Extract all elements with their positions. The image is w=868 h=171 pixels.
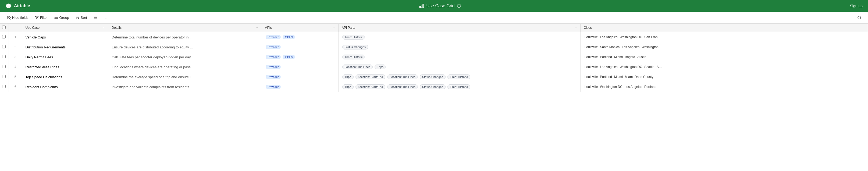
row-checkbox[interactable] xyxy=(2,45,6,48)
cell-use-case[interactable]: Daily Permit Fees xyxy=(22,52,108,62)
top-bar-center: Use Case Grid xyxy=(419,3,461,9)
table-row: 2Distribution RequirementsEnsure devices… xyxy=(0,42,868,52)
row-checkbox[interactable] xyxy=(2,55,6,58)
city-tag: Washington DC xyxy=(620,65,642,69)
row-checkbox-cell xyxy=(0,42,9,52)
sort-icon xyxy=(75,16,79,20)
api-part-badge: Status Changes xyxy=(420,84,445,89)
col-apis-label: APIs xyxy=(265,26,272,30)
api-badge: GBFS xyxy=(283,55,295,59)
cell-cities: LouisvilleLos AngelesWashington DCSeattl… xyxy=(580,62,868,72)
cell-apis: ProviderGBFS xyxy=(261,32,338,42)
city-tag: Portland xyxy=(600,75,612,79)
table-container: Use Case Details APIs xyxy=(0,24,868,171)
col-header-use-case[interactable]: Use Case xyxy=(22,24,108,32)
cell-details: Determine total number of devices per op… xyxy=(108,32,261,42)
cell-apis: Provider xyxy=(261,72,338,82)
group-button[interactable]: Group xyxy=(52,14,72,21)
row-number: 3 xyxy=(9,52,22,62)
cell-api-parts: TripsLocation: Start/EndLocation: Trip L… xyxy=(338,72,580,82)
filter-button[interactable]: Filter xyxy=(32,14,51,21)
api-part-badge: Location: Start/End xyxy=(355,84,385,89)
row-checkbox[interactable] xyxy=(2,65,6,68)
sort-button[interactable]: Sort xyxy=(73,14,90,21)
api-part-badge: Time: Historic xyxy=(342,55,365,60)
api-badge: GBFS xyxy=(283,35,295,39)
hide-fields-label: Hide fields xyxy=(12,15,29,20)
row-number: 6 xyxy=(9,82,22,92)
row-checkbox-cell xyxy=(0,82,9,92)
row-checkbox[interactable] xyxy=(2,35,6,38)
sort-label: Sort xyxy=(81,15,87,20)
select-all-checkbox[interactable] xyxy=(2,26,6,29)
col-header-details[interactable]: Details xyxy=(108,24,261,32)
cell-apis: ProviderGBFS xyxy=(261,52,338,62)
api-badge: Provider xyxy=(266,75,281,79)
row-checkbox-cell xyxy=(0,52,9,62)
api-part-badge: Time: Historic xyxy=(342,35,365,39)
city-tag: Washington DC xyxy=(600,85,622,89)
row-checkbox-cell xyxy=(0,72,9,82)
row-checkbox[interactable] xyxy=(2,75,6,78)
city-tag: Louisville xyxy=(585,75,598,79)
airtable-logo-icon xyxy=(5,2,12,9)
cell-api-parts: Location: Trip LinesTrips xyxy=(338,62,580,72)
api-badge: Provider xyxy=(266,35,281,39)
cell-cities: LouisvillePortlandMiamiBogotáAustin xyxy=(580,52,868,62)
table-header-row: Use Case Details APIs xyxy=(0,24,868,32)
city-tag: Los Angeles xyxy=(622,45,640,49)
svg-point-17 xyxy=(858,16,861,19)
row-number: 5 xyxy=(9,72,22,82)
signup-link[interactable]: Sign up xyxy=(850,4,863,8)
row-height-button[interactable] xyxy=(91,14,100,21)
svg-rect-8 xyxy=(55,17,58,18)
svg-rect-0 xyxy=(420,6,420,8)
cell-cities: LouisvilleLos AngelesWashington DCSan Fr… xyxy=(580,32,868,42)
cell-details: Calculate fees per scooter deployed/ridd… xyxy=(108,52,261,62)
more-label: ... xyxy=(104,15,107,20)
logo[interactable]: Airtable xyxy=(5,2,30,9)
cell-details: Determine the average speed of a trip an… xyxy=(108,72,261,82)
svg-rect-2 xyxy=(423,4,424,7)
svg-line-18 xyxy=(860,19,861,20)
more-button[interactable]: ... xyxy=(101,14,110,21)
api-part-badge: Location: Trip Lines xyxy=(387,84,417,89)
table-row: 4Restricted Area RidesFind locations whe… xyxy=(0,62,868,72)
table-row: 6Resident ComplaintsInvestigate and vali… xyxy=(0,82,868,92)
city-tag: Miami-Dade County xyxy=(625,75,653,79)
cell-api-parts: Time: Historic xyxy=(338,32,580,42)
row-number: 4 xyxy=(9,62,22,72)
col-header-cities[interactable]: Cities xyxy=(580,24,868,32)
cell-use-case[interactable]: Top Speed Calculations xyxy=(22,72,108,82)
cell-details: Ensure devices are distributed according… xyxy=(108,42,261,52)
cell-use-case[interactable]: Vehicle Caps xyxy=(22,32,108,42)
hide-fields-icon xyxy=(7,16,11,20)
table-row: 3Daily Permit FeesCalculate fees per sco… xyxy=(0,52,868,62)
svg-marker-7 xyxy=(35,16,38,19)
search-button[interactable] xyxy=(855,14,864,21)
api-badge: Provider xyxy=(266,85,281,89)
row-number: 2 xyxy=(9,42,22,52)
cell-cities: LouisvilleSanta MonicaLos AngelesWashing… xyxy=(580,42,868,52)
api-part-badge: Status Changes xyxy=(342,45,368,49)
row-number: 1 xyxy=(9,32,22,42)
cell-apis: Provider xyxy=(261,62,338,72)
row-checkbox-cell xyxy=(0,32,9,42)
group-label: Group xyxy=(59,15,69,20)
row-checkbox[interactable] xyxy=(2,85,6,88)
toolbar: Hide fields Filter Group Sort ... xyxy=(0,12,868,24)
city-tag: Portland xyxy=(600,55,612,59)
col-header-apis[interactable]: APIs xyxy=(261,24,338,32)
cell-use-case[interactable]: Restricted Area Rides xyxy=(22,62,108,72)
cell-api-parts: TripsLocation: Start/EndLocation: Trip L… xyxy=(338,82,580,92)
cell-use-case[interactable]: Resident Complaints xyxy=(22,82,108,92)
cell-use-case[interactable]: Distribution Requirements xyxy=(22,42,108,52)
col-header-api-parts[interactable]: API Parts xyxy=(338,24,580,32)
api-part-badge: Status Changes xyxy=(420,74,445,79)
col-details-sort-icon xyxy=(256,26,258,29)
table-row: 5Top Speed CalculationsDetermine the ave… xyxy=(0,72,868,82)
city-tag: Miami xyxy=(614,55,623,59)
hide-fields-button[interactable]: Hide fields xyxy=(4,14,31,21)
col-api-parts-sort-icon xyxy=(575,26,577,29)
search-icon xyxy=(857,15,862,20)
